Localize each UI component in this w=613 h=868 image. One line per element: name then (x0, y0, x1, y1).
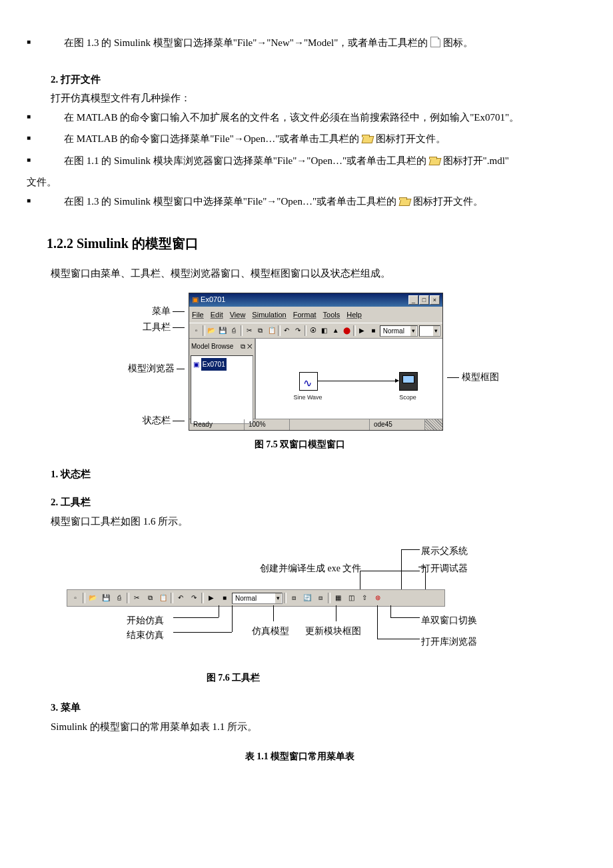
close-icon[interactable]: × (430, 295, 440, 305)
nav-icon[interactable]: ◧ (319, 325, 329, 337)
bullet-marker: ■ (27, 129, 31, 146)
text: 在图 1.1 的 Simulink 模块库浏览器窗口选择菜单"File"→"Op… (64, 155, 426, 166)
status-bar: Ready 100% ode45 (189, 419, 442, 430)
tree-node[interactable]: Ex0701 (201, 358, 227, 371)
menubar[interactable]: File Edit View Simulation Format Tools H… (189, 307, 442, 323)
status-solver: ode45 (370, 419, 425, 430)
cut-icon[interactable]: ✂ (131, 592, 143, 604)
label-browser: 模型浏览器 (128, 363, 175, 373)
copy-icon[interactable]: ⧉ (144, 592, 156, 604)
redo-icon[interactable]: ↷ (293, 325, 303, 337)
parent-icon[interactable]: ⇧ (358, 592, 370, 604)
sim-mode-combo[interactable]: Normal (232, 593, 283, 604)
save-icon[interactable]: 💾 (218, 325, 228, 337)
print-icon[interactable]: ⎙ (113, 592, 125, 604)
toggle-window-icon[interactable]: ◫ (345, 592, 357, 604)
paste-icon[interactable]: 📋 (267, 325, 277, 337)
menu-file[interactable]: File (192, 308, 204, 322)
text: 在 MATLAB 的命令窗口选择菜单"File"→Open…"或者单击工具栏的 (64, 133, 359, 144)
bullet-marker: ■ (27, 192, 31, 209)
model-tree[interactable]: ▣ Ex0701 (191, 355, 253, 424)
minimize-icon[interactable]: _ (408, 295, 418, 305)
nav-icon[interactable]: ▲ (330, 325, 340, 337)
open-file-icon (399, 197, 410, 206)
section-heading: 1.2.2 Simulink 的模型窗口 (47, 231, 573, 256)
text: 图标打开文件。 (413, 196, 483, 207)
refresh-icon[interactable]: 🔄 (301, 592, 313, 604)
resize-grip-icon[interactable] (425, 419, 442, 430)
bullet-text: 在图 1.1 的 Simulink 模块库浏览器窗口选择菜单"File"→"Op… (64, 151, 509, 171)
debugger-icon[interactable]: ⊛ (372, 592, 384, 604)
bullet-text: 在图 1.3 的 Simulink 模型窗口中选择菜单"File"→"Open…… (64, 192, 483, 211)
text: 在图 1.3 的 Simulink 模型窗口中选择菜单"File"→"Open…… (64, 196, 396, 207)
open-icon[interactable]: 📂 (207, 325, 217, 337)
paste-icon[interactable]: 📋 (157, 592, 169, 604)
new-file-icon (430, 37, 440, 47)
undo-icon[interactable]: ↶ (282, 325, 292, 337)
close-pane-icon[interactable]: ⧉ ✕ (241, 340, 253, 353)
sim-mode-combo[interactable]: Normal (380, 325, 418, 337)
callout-update: 更新模块框图 (305, 623, 361, 641)
model-browser-pane[interactable]: Model Browse ⧉ ✕ ▣ Ex0701 (189, 339, 256, 419)
update-icon[interactable]: ⧈ (314, 592, 326, 604)
print-icon[interactable]: ⎙ (229, 325, 239, 337)
open-file-icon (362, 135, 373, 143)
menu-simulation[interactable]: Simulation (252, 308, 286, 322)
bullet-item: ■ 在 MATLAB 的命令窗口输入不加扩展名的文件名，该文件必须在当前搜索路径… (27, 108, 573, 127)
cut-icon[interactable]: ✂ (244, 325, 254, 337)
menu-view[interactable]: View (230, 308, 246, 322)
window-controls[interactable]: _□× (408, 293, 440, 307)
bullet-continuation: 文件。 (27, 173, 573, 192)
status-zoom: 100% (245, 419, 290, 430)
undo-icon[interactable]: ↶ (175, 592, 187, 604)
maximize-icon[interactable]: □ (419, 295, 429, 305)
callout-stop: 结束仿真 (127, 627, 164, 645)
callout-build-exe: 创建并编译生成 exe 文件 (260, 560, 361, 578)
stop-icon[interactable]: ⬤ (342, 325, 352, 337)
save-icon[interactable]: 💾 (100, 592, 112, 604)
stop-sim-icon[interactable]: ■ (368, 325, 378, 337)
window-title: Ex0701 (201, 295, 225, 303)
nav-icon[interactable]: ⦿ (308, 325, 318, 337)
new-icon[interactable]: ▫ (191, 325, 201, 337)
bullet-text: 在 MATLAB 的命令窗口输入不加扩展名的文件名，该文件必须在当前搜索路径中，… (64, 108, 519, 127)
paragraph: 模型窗口工具栏如图 1.6 所示。 (51, 512, 573, 531)
bullet-item: ■ 在图 1.3 的 Simulink 模型窗口选择菜单"File"→"New"… (27, 33, 573, 53)
heading-text: 工具栏 (61, 497, 91, 507)
menu-tools[interactable]: Tools (323, 308, 340, 322)
start-sim-icon[interactable]: ▶ (205, 592, 217, 604)
scope-block[interactable] (399, 372, 418, 391)
figure-caption: 图 7.5 双窗口模型窗口 (27, 436, 573, 454)
new-icon[interactable]: ▫ (69, 592, 81, 604)
heading-number: 3. (51, 702, 58, 713)
signal-line[interactable] (317, 381, 398, 381)
menu-format[interactable]: Format (293, 308, 316, 322)
redo-icon[interactable]: ↷ (188, 592, 200, 604)
label-canvas: 模型框图 (462, 372, 499, 382)
toolbar[interactable]: ▫ 📂 💾 ⎙ ✂ ⧉ 📋 ↶ ↷ ⦿ ◧ ▲ ⬤ ▶ ■ Normal (189, 323, 442, 338)
toolbar-figure: ▫ 📂 💾 ⎙ ✂ ⧉ 📋 ↶ ↷ ▶ ■ Normal ⧈ 🔄 ⧈ ▦ ◫ ⇧… (67, 589, 445, 607)
subsection-status: 1. 状态栏 (51, 465, 573, 484)
status-ready: Ready (189, 419, 245, 430)
model-canvas[interactable]: Sine Wave Scope (256, 339, 442, 419)
bullet-item: ■ 在图 1.3 的 Simulink 模型窗口中选择菜单"File"→"Ope… (27, 192, 573, 211)
menu-edit[interactable]: Edit (211, 308, 223, 322)
heading-text: 状态栏 (61, 469, 91, 479)
figure-caption: 图 7.6 工具栏 (0, 669, 573, 687)
start-icon[interactable]: ▶ (357, 325, 367, 337)
heading-number: 1. (51, 469, 58, 479)
open-icon[interactable]: 📂 (87, 592, 99, 604)
subsection-toolbar: 2. 工具栏 (51, 493, 573, 512)
open-file-icon (429, 157, 440, 165)
sine-wave-block[interactable] (299, 372, 318, 391)
window-titlebar[interactable]: ▣ Ex0701 _□× (189, 293, 442, 307)
stop-sim-icon[interactable]: ■ (219, 592, 231, 604)
lib-browser-icon[interactable]: ▦ (332, 592, 344, 604)
subsection-open-file: 2. 打开文件 (51, 70, 573, 89)
copy-icon[interactable]: ⧉ (255, 325, 265, 337)
callout-libbrowser: 打开库浏览器 (421, 633, 477, 651)
menu-help[interactable]: Help (346, 308, 362, 322)
dropdown-icon[interactable] (419, 325, 441, 337)
build-icon[interactable]: ⧈ (288, 592, 300, 604)
table-caption: 表 1.1 模型窗口常用菜单表 (27, 748, 573, 766)
